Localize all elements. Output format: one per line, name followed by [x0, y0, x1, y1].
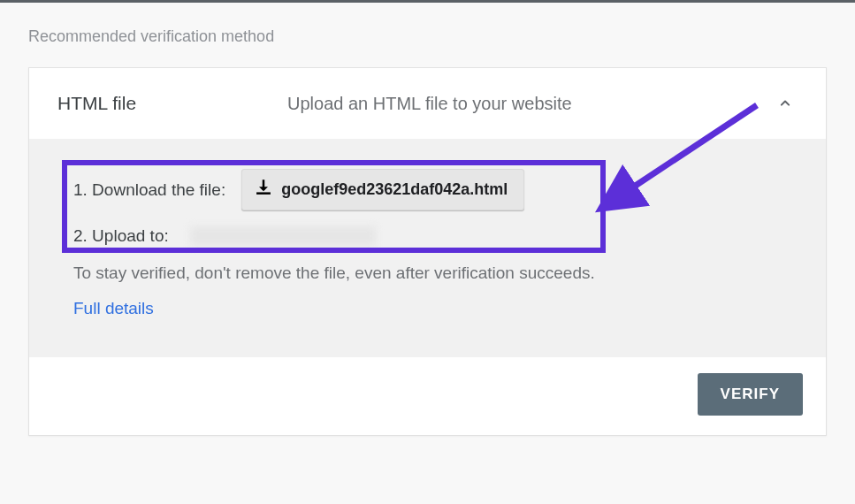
- card-header[interactable]: HTML file Upload an HTML file to your we…: [29, 68, 826, 139]
- section-header: Recommended verification method: [28, 3, 827, 67]
- download-icon: [255, 179, 272, 201]
- verification-note: To stay verified, don't remove the file,…: [73, 263, 798, 283]
- download-file-name: googlef9ed23621daf042a.html: [281, 180, 508, 199]
- verify-button[interactable]: VERIFY: [698, 373, 803, 416]
- download-file-button[interactable]: googlef9ed23621daf042a.html: [241, 169, 524, 210]
- card-body: 1. Download the file: googlef9ed23621daf…: [29, 139, 826, 357]
- card-title: HTML file: [57, 93, 287, 114]
- upload-target-redacted: [190, 226, 376, 246]
- step-upload: 2. Upload to:: [73, 226, 798, 246]
- step-upload-label: 2. Upload to:: [73, 226, 169, 246]
- step-download-label: 1. Download the file:: [73, 180, 225, 200]
- step-download: 1. Download the file: googlef9ed23621daf…: [73, 169, 798, 210]
- chevron-up-icon[interactable]: [773, 91, 798, 116]
- full-details-link[interactable]: Full details: [73, 299, 154, 318]
- verification-card: HTML file Upload an HTML file to your we…: [28, 67, 827, 436]
- card-subtitle: Upload an HTML file to your website: [287, 94, 773, 114]
